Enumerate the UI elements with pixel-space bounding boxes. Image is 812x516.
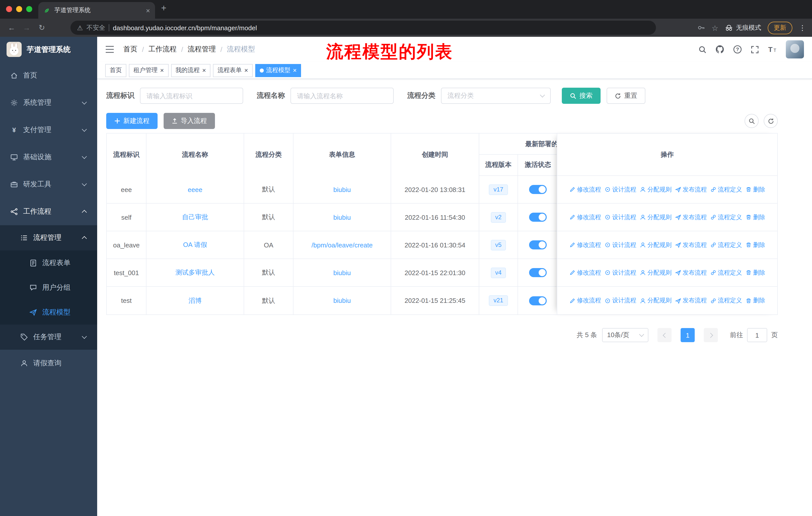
process-name-link[interactable]: OA 请假	[183, 240, 207, 249]
refresh-table-button[interactable]	[764, 114, 778, 128]
chrome-update-button[interactable]: 更新	[768, 21, 792, 34]
process-name-input[interactable]	[290, 88, 394, 104]
action-design-link[interactable]: 设计流程	[605, 213, 636, 221]
close-icon[interactable]: ×	[160, 67, 164, 74]
search-icon[interactable]	[698, 45, 707, 54]
import-process-button[interactable]: 导入流程	[164, 113, 215, 129]
close-icon[interactable]: ×	[202, 67, 206, 74]
next-page-button[interactable]	[704, 328, 718, 342]
tag-home[interactable]: 首页	[105, 64, 126, 77]
action-edit-link[interactable]: 修改流程	[569, 268, 601, 277]
sidebar-item-home[interactable]: 首页	[0, 62, 97, 89]
action-definition-link[interactable]: 流程定义	[710, 241, 742, 249]
help-icon[interactable]: ?	[733, 45, 742, 54]
tag-my-process[interactable]: 我的流程×	[171, 64, 210, 77]
back-icon[interactable]: ←	[4, 19, 19, 37]
action-delete-link[interactable]: 删除	[746, 296, 765, 305]
active-toggle[interactable]	[529, 296, 547, 305]
new-tab-button[interactable]: +	[161, 3, 166, 12]
prev-page-button[interactable]	[658, 328, 671, 342]
sidebar-item-devtools[interactable]: 研发工具	[0, 171, 97, 198]
browser-tab[interactable]: 芋道管理系统 ×	[38, 2, 155, 19]
reset-button[interactable]: 重置	[607, 88, 645, 104]
close-icon[interactable]: ×	[244, 67, 248, 74]
action-design-link[interactable]: 设计流程	[605, 296, 636, 305]
sidebar-item-process-model[interactable]: 流程模型	[0, 300, 97, 325]
form-info-link[interactable]: biubiu	[333, 269, 351, 276]
action-design-link[interactable]: 设计流程	[605, 185, 636, 194]
search-button[interactable]: 搜索	[562, 88, 601, 104]
active-toggle[interactable]	[529, 268, 547, 277]
action-assign-link[interactable]: 分配规则	[640, 296, 671, 305]
sidebar-item-payment[interactable]: ¥ 支付管理	[0, 116, 97, 144]
form-info-link[interactable]: biubiu	[333, 186, 351, 193]
sidebar-item-leave-query[interactable]: 请假查询	[0, 350, 97, 377]
category-select[interactable]: 流程分类	[441, 88, 551, 104]
action-definition-link[interactable]: 流程定义	[710, 268, 742, 277]
action-assign-link[interactable]: 分配规则	[640, 185, 671, 194]
action-publish-link[interactable]: 发布流程	[675, 296, 707, 305]
forward-icon[interactable]: →	[19, 19, 34, 37]
zoom-window-button[interactable]	[26, 6, 32, 12]
process-name-link[interactable]: 测试多审批人	[175, 268, 215, 277]
minimize-window-button[interactable]	[16, 6, 22, 12]
github-icon[interactable]	[715, 45, 724, 54]
process-key-input[interactable]	[140, 88, 243, 104]
tag-process-model[interactable]: 流程模型×	[255, 64, 301, 77]
sidebar-item-process-form[interactable]: 流程表单	[0, 250, 97, 275]
action-assign-link[interactable]: 分配规则	[640, 213, 671, 221]
sidebar-item-infra[interactable]: 基础设施	[0, 144, 97, 171]
close-window-button[interactable]	[6, 6, 12, 12]
action-publish-link[interactable]: 发布流程	[675, 268, 707, 277]
breadcrumb-home[interactable]: 首页	[123, 45, 138, 54]
bookmark-star-icon[interactable]: ☆	[712, 24, 718, 31]
version-badge[interactable]: v21	[489, 295, 508, 306]
action-publish-link[interactable]: 发布流程	[675, 213, 707, 221]
sidebar-item-system[interactable]: 系统管理	[0, 89, 97, 116]
action-edit-link[interactable]: 修改流程	[569, 185, 601, 194]
action-publish-link[interactable]: 发布流程	[675, 185, 707, 194]
action-edit-link[interactable]: 修改流程	[569, 213, 601, 221]
form-info-link[interactable]: /bpm/oa/leave/create	[312, 241, 373, 249]
action-design-link[interactable]: 设计流程	[605, 241, 636, 249]
version-badge[interactable]: v5	[491, 240, 506, 250]
tab-close-icon[interactable]: ×	[146, 7, 150, 14]
sidebar-item-process-mgmt[interactable]: 流程管理	[0, 225, 97, 250]
user-avatar[interactable]	[786, 40, 804, 58]
breadcrumb-process-mgmt[interactable]: 流程管理	[188, 45, 216, 54]
action-assign-link[interactable]: 分配规则	[640, 268, 671, 277]
action-publish-link[interactable]: 发布流程	[675, 241, 707, 249]
action-delete-link[interactable]: 删除	[746, 268, 765, 277]
active-toggle[interactable]	[529, 185, 547, 194]
goto-page-input[interactable]	[747, 328, 767, 342]
tag-process-form[interactable]: 流程表单×	[213, 64, 253, 77]
action-edit-link[interactable]: 修改流程	[569, 296, 601, 305]
active-toggle[interactable]	[529, 213, 547, 222]
fullscreen-icon[interactable]	[751, 45, 759, 54]
sidebar-item-workflow[interactable]: 工作流程	[0, 198, 97, 225]
font-size-icon[interactable]: TT	[768, 45, 777, 53]
reload-icon[interactable]: ↻	[34, 19, 49, 37]
form-info-link[interactable]: biubiu	[333, 297, 351, 304]
version-badge[interactable]: v17	[489, 184, 508, 195]
process-name-link[interactable]: eeee	[188, 186, 202, 193]
browser-menu-icon[interactable]: ⋮	[799, 24, 806, 31]
active-toggle[interactable]	[529, 240, 547, 249]
tag-tenant[interactable]: 租户管理×	[129, 64, 168, 77]
action-assign-link[interactable]: 分配规则	[640, 241, 671, 249]
sidebar-item-task-mgmt[interactable]: 任务管理	[0, 325, 97, 350]
action-delete-link[interactable]: 删除	[746, 241, 765, 249]
toggle-search-button[interactable]	[745, 114, 759, 128]
action-design-link[interactable]: 设计流程	[605, 268, 636, 277]
version-badge[interactable]: v2	[491, 212, 506, 222]
close-icon[interactable]: ×	[293, 67, 297, 74]
sidebar-item-user-group[interactable]: 用户分组	[0, 275, 97, 300]
action-delete-link[interactable]: 删除	[746, 185, 765, 194]
password-key-icon[interactable]	[697, 24, 705, 32]
process-name-link[interactable]: 滔博	[188, 296, 202, 305]
form-info-link[interactable]: biubiu	[333, 213, 351, 221]
action-definition-link[interactable]: 流程定义	[710, 213, 742, 221]
sidebar-logo[interactable]: 芋道管理系统	[0, 37, 97, 62]
page-size-select[interactable]: 10条/页	[602, 328, 648, 342]
hamburger-icon[interactable]	[105, 45, 114, 53]
